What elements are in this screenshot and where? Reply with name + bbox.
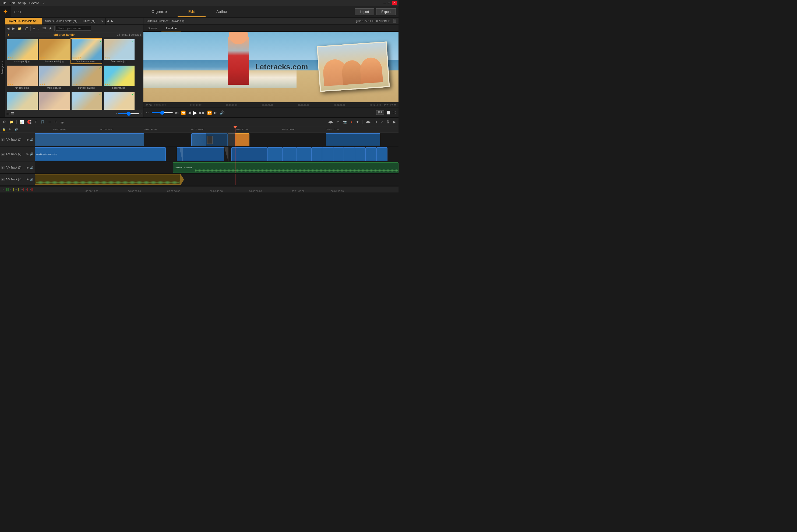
tl-folder-btn[interactable]: 📁 xyxy=(8,119,15,125)
tl-split-btn[interactable]: ✂ xyxy=(336,119,341,125)
tab-author[interactable]: Author xyxy=(205,7,238,17)
track2-clip-10[interactable] xyxy=(344,147,355,161)
track2-clip-8[interactable] xyxy=(322,147,333,161)
media-item-refreshing[interactable]: ★★★ refreshing.jpg xyxy=(6,91,38,110)
list-view-btn[interactable]: ☰ xyxy=(11,112,14,116)
tab-edit[interactable]: Edit xyxy=(178,7,205,17)
tl-chart-btn[interactable]: 📊 xyxy=(19,119,25,125)
skip-start-btn[interactable]: ⏮ xyxy=(175,111,179,115)
pip-button[interactable]: PiP xyxy=(376,110,384,115)
track2-clip-4[interactable] xyxy=(268,147,282,161)
track2-clip-9[interactable] xyxy=(333,147,344,161)
tab-arrow-left[interactable]: ◀ xyxy=(106,19,110,23)
close-button[interactable]: ✕ xyxy=(392,1,397,5)
tl-eq-btn[interactable]: 🎛 xyxy=(385,119,391,125)
grid-view-btn[interactable]: ⊞ xyxy=(6,112,10,116)
play-fwd-btn[interactable]: ▶▶ xyxy=(199,111,205,115)
tl-audio-btn[interactable]: 🎵 xyxy=(39,119,46,125)
tb-forward-btn[interactable]: ▶ xyxy=(11,26,16,31)
tl-vol-left-btn[interactable]: ◀▶ xyxy=(364,119,372,125)
redo-button[interactable]: ↪ xyxy=(18,10,21,14)
undo-button[interactable]: ↩ xyxy=(14,10,17,14)
tab-arrow-right[interactable]: ▶ xyxy=(110,19,114,23)
thumb-size-range[interactable] xyxy=(118,113,139,114)
tl-split2-btn[interactable]: ⇥ xyxy=(373,119,378,125)
tl-dropdown-btn[interactable]: ▼ xyxy=(355,119,360,125)
media-item-firstday[interactable]: ✓ ★★★★★ first-day-at-the-oc... xyxy=(71,38,102,64)
media-item-windyday[interactable]: ✓ ★★★ windy-day.jpg xyxy=(103,91,134,110)
track-3-speaker[interactable]: 🔊 xyxy=(30,166,34,169)
track2-clip-13[interactable] xyxy=(377,147,388,161)
tl-lock-btn[interactable]: 🔒 xyxy=(1,128,6,131)
step-fwd-btn[interactable]: ⏩ xyxy=(207,111,212,115)
track2-clip-1[interactable]: catching-the-wave.jpg xyxy=(35,147,166,161)
track-3-eye[interactable]: 👁 xyxy=(26,166,29,169)
track-2-eye[interactable]: 👁 xyxy=(26,153,29,156)
track1-clip-1[interactable] xyxy=(35,133,144,146)
track-1-content[interactable] xyxy=(35,133,399,147)
tab-muserk[interactable]: Muserk Sound Effects: (all) xyxy=(42,18,80,25)
tab-organize[interactable]: Organize xyxy=(141,7,178,17)
track-4-eye[interactable]: 👁 xyxy=(26,178,29,181)
group-triangle[interactable]: ▼ xyxy=(7,33,10,36)
tl-fade-btn[interactable]: ⤻ xyxy=(379,119,384,125)
track-2-content[interactable]: catching-the-wave.jpg xyxy=(35,147,399,162)
tl-right-btn[interactable]: ▶ xyxy=(392,119,397,125)
track1-clip-5-selected[interactable] xyxy=(235,133,250,146)
track2-clip-12[interactable] xyxy=(366,147,377,161)
media-item-fair[interactable]: ★★★ day-at-the-fair.jpg xyxy=(38,38,70,64)
tl-settings-btn[interactable]: ⚙ xyxy=(2,119,7,125)
export-button[interactable]: Export xyxy=(376,8,396,15)
fullscreen-btn[interactable]: ⛶ xyxy=(393,111,396,115)
menu-estore[interactable]: E-Store xyxy=(29,1,39,4)
menu-file[interactable]: File xyxy=(2,1,6,4)
tl-eye-btn[interactable]: 👁 xyxy=(7,128,12,131)
track3-clip-1[interactable]: Novelty - Playtime xyxy=(173,163,399,173)
track2-clip-2[interactable] xyxy=(177,147,224,161)
menu-edit[interactable]: Edit xyxy=(10,1,15,4)
tl-audio-left-btn[interactable]: ◀▶ xyxy=(327,119,334,125)
track-4-speaker[interactable]: 🔊 xyxy=(30,178,34,181)
track2-clip-5[interactable] xyxy=(282,147,297,161)
thumb-size-slider[interactable]: ▪ ▪ xyxy=(116,112,142,115)
track-3-content[interactable]: Novelty - Playtime xyxy=(35,162,399,173)
track-1-eye[interactable]: 👁 xyxy=(26,138,29,141)
tab-timeline[interactable]: Timeline xyxy=(161,25,181,32)
tl-table-btn[interactable]: ⊞ xyxy=(53,119,58,125)
step-back-btn[interactable]: ⏪ xyxy=(181,111,186,115)
play-back-btn[interactable]: ◀ xyxy=(188,111,191,115)
track2-clip-7[interactable] xyxy=(311,147,322,161)
tab-project-bin[interactable]: Project Bin: Pinnacle Stu... xyxy=(5,18,42,25)
skip-end-btn[interactable]: ⏭ xyxy=(214,111,218,115)
tab-source[interactable]: Source xyxy=(143,25,161,32)
track4-clip-1[interactable] xyxy=(35,174,180,185)
tb-list-btn[interactable]: ≡ xyxy=(32,26,36,31)
tb-3d-btn[interactable]: 3D xyxy=(41,26,47,31)
tl-text-btn[interactable]: T xyxy=(34,119,38,125)
tb-tag-btn[interactable]: 🏷 xyxy=(24,26,29,31)
track-2-speaker[interactable]: 🔊 xyxy=(30,152,34,156)
tb-star-btn[interactable]: ★ xyxy=(48,26,53,31)
media-item-sisters[interactable]: ★★★ sisters.jpg xyxy=(38,91,70,110)
expand-icon[interactable]: ⬛ xyxy=(393,19,396,23)
media-item-firstone[interactable]: ✓ ★★★ first-one-in.jpg xyxy=(103,38,134,64)
media-item-pool[interactable]: ★★★ at-the-pool.jpg xyxy=(6,38,38,64)
tl-magnet-btn[interactable]: 🧲 xyxy=(26,119,33,125)
track1-clip-6[interactable] xyxy=(326,133,380,146)
track2-clip-6[interactable] xyxy=(297,147,311,161)
fit-btn[interactable]: ⬜ xyxy=(386,111,391,115)
track2-clip-3[interactable] xyxy=(231,147,268,161)
import-button[interactable]: Import xyxy=(355,8,374,15)
tab-titles[interactable]: Titles: (all) xyxy=(80,18,98,25)
search-input[interactable] xyxy=(56,26,91,31)
media-item-pooltime[interactable]: ★★★ pooltime.jpg xyxy=(103,64,134,90)
maximize-button[interactable]: □ xyxy=(388,1,390,5)
tl-red-btn[interactable]: ● xyxy=(349,119,354,125)
tl-camera-btn[interactable]: 📷 xyxy=(342,119,348,125)
tl-effect-btn[interactable]: ⋯ xyxy=(47,119,52,125)
track1-clip-3[interactable] xyxy=(206,133,228,146)
tb-folder-btn[interactable]: 📁 xyxy=(17,26,23,31)
media-item-lastday[interactable]: ✓ ★★★ our-last-day.jpg xyxy=(71,64,102,90)
nav-navigation[interactable]: Navigation xyxy=(1,59,4,75)
menu-help[interactable]: ? xyxy=(43,1,44,4)
